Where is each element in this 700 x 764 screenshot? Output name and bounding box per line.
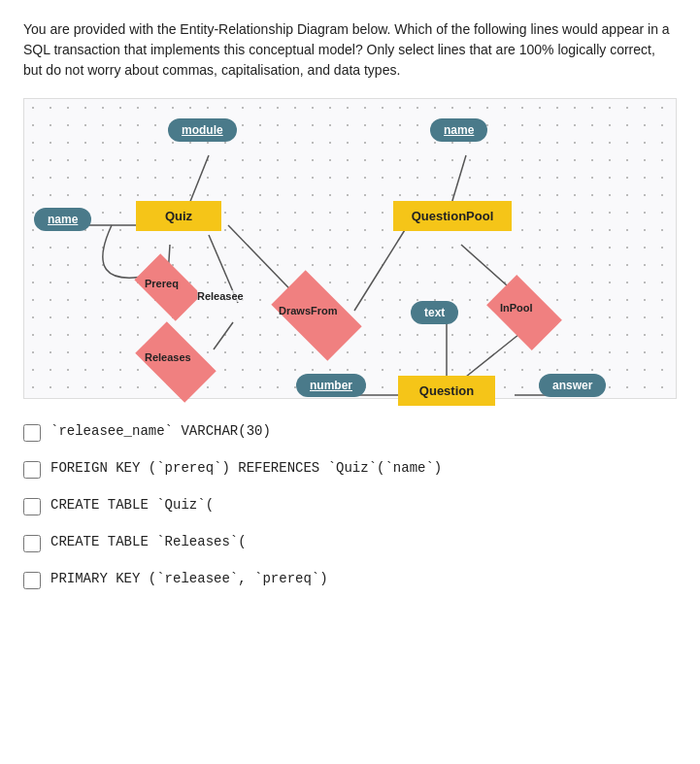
svg-line-9 — [461, 330, 524, 381]
name-quiz-entity: name — [34, 208, 91, 231]
checkbox-5[interactable] — [23, 572, 41, 589]
options-list: `releasee_name` VARCHAR(30) FOREIGN KEY … — [23, 422, 677, 589]
option-3-label[interactable]: CREATE TABLE `Quiz`( — [50, 496, 214, 515]
svg-line-7 — [451, 155, 466, 204]
option-4: CREATE TABLE `Releases`( — [23, 533, 677, 552]
option-1: `releasee_name` VARCHAR(30) — [23, 422, 677, 442]
questionpool-table: QuestionPool — [393, 201, 512, 231]
releases-label: Releases — [145, 351, 191, 363]
name-qp-entity: name — [430, 118, 487, 142]
svg-line-6 — [354, 225, 408, 311]
checkbox-1[interactable] — [23, 424, 41, 442]
releasee-label-text: Releasee — [197, 290, 244, 302]
option-1-label[interactable]: `releasee_name` VARCHAR(30) — [50, 422, 271, 442]
inpool-label: InPool — [500, 302, 533, 314]
option-5: PRIMARY KEY (`releasee`, `prereq`) — [23, 570, 677, 589]
checkbox-4[interactable] — [23, 535, 41, 552]
checkbox-2[interactable] — [23, 461, 41, 479]
answer-entity: answer — [539, 374, 606, 397]
option-2: FOREIGN KEY (`prereq`) REFERENCES `Quiz`… — [23, 459, 677, 479]
number-entity: number — [296, 374, 366, 397]
module-entity: module — [168, 118, 237, 142]
option-3: CREATE TABLE `Quiz`( — [23, 496, 677, 515]
erd-lines — [24, 99, 676, 398]
option-4-label[interactable]: CREATE TABLE `Releases`( — [50, 533, 247, 552]
question-table: Question — [398, 376, 495, 406]
quiz-table: Quiz — [136, 201, 221, 231]
svg-line-0 — [189, 155, 209, 204]
question-text: You are provided with the Entity-Relatio… — [23, 19, 677, 81]
option-2-label[interactable]: FOREIGN KEY (`prereq`) REFERENCES `Quiz`… — [50, 459, 442, 479]
text-entity: text — [411, 301, 458, 324]
erd-diagram: module name Quiz Prereq Releasee Release… — [23, 98, 677, 399]
drawsfrom-label: DrawsFrom — [279, 305, 338, 316]
prereq-label: Prereq — [145, 278, 179, 289]
svg-line-4 — [214, 322, 233, 349]
checkbox-3[interactable] — [23, 498, 41, 515]
option-5-label[interactable]: PRIMARY KEY (`releasee`, `prereq`) — [50, 570, 328, 589]
